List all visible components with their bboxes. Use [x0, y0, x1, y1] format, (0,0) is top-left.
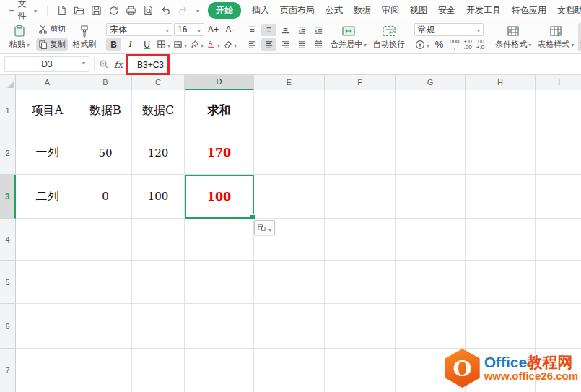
cell-d5[interactable]	[185, 261, 254, 304]
clear-format-button[interactable]	[222, 38, 237, 51]
cell-b2[interactable]: 50	[79, 131, 132, 175]
align-center-button[interactable]	[261, 38, 276, 51]
align-middle-button[interactable]	[261, 24, 276, 36]
distributed-button[interactable]	[311, 38, 326, 51]
select-all-corner[interactable]	[0, 74, 16, 90]
cell-d7[interactable]	[185, 349, 254, 392]
print-icon[interactable]	[126, 5, 136, 16]
cell-f3[interactable]	[325, 175, 396, 219]
number-format-select[interactable]: 常规	[414, 23, 484, 36]
row-header-7[interactable]: 7	[0, 349, 16, 392]
cell-g3[interactable]	[396, 175, 466, 219]
merge-center-button[interactable]: 合并居中	[328, 23, 369, 51]
cell-i1[interactable]	[536, 90, 581, 131]
tab-formulas[interactable]: 公式	[326, 4, 343, 17]
cell-c5[interactable]	[132, 261, 185, 304]
tab-review[interactable]: 审阅	[382, 4, 399, 17]
column-header-i[interactable]: I	[536, 74, 581, 90]
wrap-text-button[interactable]: 自动换行	[371, 23, 407, 51]
cell-g6[interactable]	[396, 304, 466, 349]
table-style-button[interactable]: 表格样式	[536, 23, 576, 51]
percent-format-button[interactable]: %	[432, 38, 447, 51]
column-header-a[interactable]: A	[16, 74, 79, 90]
tab-data[interactable]: 数据	[354, 4, 371, 17]
column-header-e[interactable]: E	[254, 74, 325, 90]
increase-font-button[interactable]: A+	[206, 24, 221, 36]
italic-button[interactable]: I	[123, 38, 138, 51]
cell-a7[interactable]	[16, 349, 79, 392]
cell-f1[interactable]	[325, 90, 396, 131]
cell-a5[interactable]	[16, 261, 79, 304]
cell-g2[interactable]	[396, 131, 466, 175]
cell-b4[interactable]	[79, 219, 132, 261]
tab-dev-tools[interactable]: 开发工具	[466, 4, 501, 17]
cell-d2[interactable]: 170	[185, 131, 254, 175]
cell-a3[interactable]: 二列	[16, 175, 79, 219]
copy-button[interactable]: 复制	[36, 38, 68, 51]
cell-f4[interactable]	[325, 219, 396, 261]
tab-insert[interactable]: 插入	[252, 4, 269, 17]
cell-i4[interactable]	[536, 219, 581, 261]
increase-indent-button[interactable]	[311, 24, 326, 36]
column-header-g[interactable]: G	[396, 74, 466, 90]
decrease-font-button[interactable]: A-	[222, 24, 237, 36]
zoom-formula-icon[interactable]	[99, 59, 110, 70]
font-family-select[interactable]: 宋体	[106, 23, 172, 36]
cell-h5[interactable]	[466, 261, 536, 304]
cell-a4[interactable]	[16, 219, 79, 261]
cell-h4[interactable]	[466, 219, 536, 261]
cell-g1[interactable]	[396, 90, 466, 131]
row-header-3-selected[interactable]: 3	[0, 175, 16, 219]
align-left-button[interactable]	[245, 38, 260, 51]
cell-i2[interactable]	[536, 131, 581, 175]
currency-format-button[interactable]	[414, 38, 430, 51]
column-header-h[interactable]: H	[466, 74, 536, 90]
fill-options-button[interactable]	[254, 220, 275, 235]
conditional-format-button[interactable]: 条件格式	[493, 23, 533, 51]
cell-d4[interactable]	[185, 219, 254, 261]
decrease-decimal-button[interactable]: .00 +.0	[475, 38, 486, 51]
cell-a2[interactable]: 一列	[16, 131, 79, 175]
cell-fill-button[interactable]	[172, 38, 188, 51]
tab-view[interactable]: 视图	[410, 4, 427, 17]
column-header-d-selected[interactable]: D	[185, 74, 254, 90]
cell-b3[interactable]: 0	[79, 175, 132, 219]
cell-i5[interactable]	[536, 261, 581, 304]
paint-bucket-button[interactable]	[189, 38, 204, 51]
format-painter-button[interactable]: 格式刷	[70, 23, 99, 51]
cell-h2[interactable]	[466, 131, 536, 175]
tab-page-layout[interactable]: 页面布局	[280, 4, 315, 17]
cell-f6[interactable]	[325, 304, 396, 349]
row-header-2[interactable]: 2	[0, 131, 16, 175]
cell-h6[interactable]	[466, 304, 536, 349]
cell-d6[interactable]	[185, 304, 254, 349]
cell-g5[interactable]	[396, 261, 466, 304]
cell-f7[interactable]	[325, 349, 396, 392]
bold-button[interactable]: B	[106, 38, 121, 51]
cell-e7[interactable]	[254, 349, 325, 392]
align-right-button[interactable]	[278, 38, 293, 51]
cell-i6[interactable]	[536, 304, 581, 349]
cell-b7[interactable]	[79, 349, 132, 392]
underline-button[interactable]: U	[139, 38, 154, 51]
cell-f5[interactable]	[325, 261, 396, 304]
font-color-button[interactable]: A	[206, 38, 221, 51]
comma-format-button[interactable]: 000 ,	[448, 38, 460, 51]
fx-insert-function-button[interactable]: fx	[114, 59, 123, 70]
row-header-6[interactable]: 6	[0, 304, 16, 349]
cell-a1[interactable]: 项目A	[16, 90, 79, 131]
undo-icon[interactable]	[160, 5, 171, 16]
cell-i3[interactable]	[536, 175, 581, 219]
cell-b1[interactable]: 数据B	[79, 90, 132, 131]
cell-c3[interactable]: 100	[132, 175, 185, 219]
doc-assistant-button[interactable]: 文档助手	[578, 23, 581, 51]
cell-c6[interactable]	[132, 304, 185, 349]
tab-doc-assistant[interactable]: 文档助手	[557, 4, 581, 17]
align-bottom-button[interactable]	[278, 24, 293, 36]
row-header-4[interactable]: 4	[0, 219, 16, 261]
row-header-1[interactable]: 1	[0, 90, 16, 131]
cell-c1[interactable]: 数据C	[132, 90, 185, 131]
cell-e5[interactable]	[254, 261, 325, 304]
column-header-b[interactable]: B	[79, 74, 132, 90]
cell-e3[interactable]	[254, 175, 325, 219]
